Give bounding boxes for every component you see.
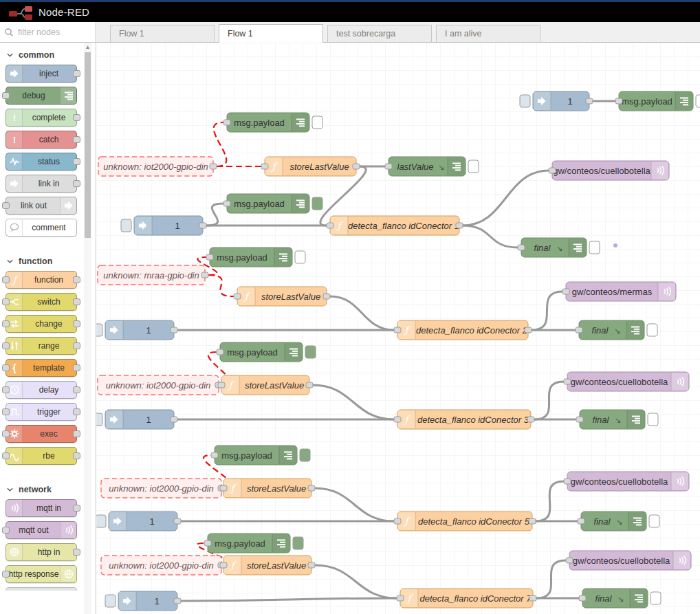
input-port[interactable] (2, 276, 10, 283)
port[interactable] (564, 479, 571, 484)
port[interactable] (562, 289, 569, 294)
scrollbar-thumb[interactable] (85, 52, 91, 238)
node-button[interactable] (468, 160, 479, 173)
port[interactable] (578, 518, 584, 524)
input-port[interactable] (2, 202, 10, 209)
palette-node-debug[interactable]: debug (6, 87, 77, 105)
output-port[interactable] (73, 158, 80, 165)
port[interactable] (323, 294, 330, 299)
output-port[interactable] (73, 386, 80, 393)
port[interactable] (527, 417, 534, 422)
palette-node-exec[interactable]: exec (6, 425, 77, 443)
node-button[interactable] (96, 515, 106, 527)
port[interactable] (171, 417, 177, 422)
palette-node-link-in[interactable]: link in (6, 175, 77, 193)
node-mermas[interactable]: gw/conteos/mermas (562, 282, 676, 301)
port[interactable] (385, 164, 392, 169)
palette-node-mqtt-in[interactable]: mqtt in (6, 499, 77, 517)
node-button[interactable] (105, 595, 116, 607)
node-button[interactable] (649, 515, 659, 527)
scroll-up-arrow[interactable]: ▲ (84, 43, 91, 52)
node-injC[interactable]: 1 (96, 410, 177, 429)
node-unknown1[interactable]: unknown: iot2000-gpio-din (98, 157, 217, 176)
output-port[interactable] (73, 320, 80, 327)
port[interactable] (615, 98, 622, 104)
port[interactable] (576, 327, 582, 333)
output-port[interactable] (73, 505, 80, 512)
port[interactable] (234, 294, 241, 299)
port[interactable] (353, 164, 360, 169)
output-port[interactable] (73, 364, 80, 371)
palette-node-status[interactable]: status (6, 153, 77, 171)
output-port[interactable] (73, 180, 80, 187)
output-port[interactable] (73, 430, 80, 437)
node-msgD[interactable]: msg.payload (217, 342, 316, 362)
input-port[interactable] (2, 92, 10, 99)
node-unknown2[interactable]: unknown: iot2000-gpio-din (98, 375, 222, 395)
node-button[interactable] (96, 413, 102, 426)
palette-node-inject[interactable]: inject (6, 65, 77, 83)
input-port[interactable] (2, 364, 10, 371)
port[interactable] (174, 598, 181, 604)
palette-node-http-response[interactable]: http response (6, 565, 77, 583)
port[interactable] (518, 245, 525, 250)
palette-category-header-common[interactable]: common (0, 45, 95, 65)
port[interactable] (525, 327, 532, 333)
palette-node-complete[interactable]: !complete (6, 109, 77, 127)
output-port[interactable] (73, 70, 80, 77)
port[interactable] (223, 120, 230, 125)
node-injB[interactable]: 1 (96, 320, 177, 340)
port[interactable] (576, 417, 583, 422)
output-port[interactable] (73, 549, 80, 556)
input-port[interactable] (2, 452, 10, 459)
palette-node-range[interactable]: range (6, 337, 77, 355)
node-storeLV2[interactable]: ƒstoreLastValue (234, 287, 330, 306)
node-injA[interactable]: 1 (121, 216, 206, 235)
node-storeLV4[interactable]: ƒstoreLastValue (220, 479, 315, 498)
node-unknown4[interactable]: unknown: iot2000-gpio-din (101, 556, 225, 575)
node-cuello3[interactable]: gw/conteos/cuellobotella (564, 472, 689, 491)
tab-test-sobrecarga-2[interactable]: test sobrecarga (327, 25, 432, 42)
port[interactable] (210, 164, 217, 169)
port[interactable] (174, 518, 181, 524)
node-storeLV3[interactable]: ƒstoreLastValue (218, 375, 313, 395)
input-port[interactable] (2, 430, 10, 437)
node-button[interactable] (648, 413, 658, 426)
tab-i-am-alive-3[interactable]: I am alive (436, 25, 540, 42)
node-button[interactable] (293, 537, 303, 549)
palette-node-template[interactable]: {template (6, 359, 77, 377)
output-port[interactable] (73, 276, 80, 283)
output-port[interactable] (73, 452, 80, 459)
input-port[interactable] (2, 386, 10, 393)
node-msgC[interactable]: msg.payload (206, 248, 305, 267)
port[interactable] (204, 540, 211, 546)
node-storeLV1[interactable]: ƒstoreLastValue (261, 157, 360, 176)
palette-node-delay[interactable]: delay (6, 381, 77, 399)
port[interactable] (394, 518, 401, 524)
port[interactable] (206, 254, 213, 260)
port[interactable] (171, 327, 177, 333)
output-port[interactable] (73, 114, 80, 121)
node-button[interactable] (121, 219, 131, 232)
node-cuello2[interactable]: gw/conteos/cuellobotella (564, 372, 689, 391)
port[interactable] (306, 382, 313, 388)
port[interactable] (586, 98, 593, 104)
node-msgB[interactable]: msg.payload (223, 194, 322, 213)
node-injD[interactable]: 1 (96, 512, 181, 531)
node-button[interactable] (696, 95, 700, 107)
node-msgA[interactable]: msg.payload (223, 113, 322, 132)
port[interactable] (308, 562, 315, 568)
node-lastValue[interactable]: lastValue↘ (385, 157, 479, 176)
node-button[interactable] (650, 592, 661, 604)
node-button[interactable] (312, 197, 322, 210)
input-port[interactable] (2, 408, 10, 415)
port[interactable] (223, 201, 230, 206)
node-button[interactable] (300, 449, 310, 461)
palette-scrollbar[interactable]: ▲ (84, 43, 91, 614)
palette-node-mqtt-out[interactable]: mqtt out (6, 521, 77, 539)
input-port[interactable] (2, 571, 10, 578)
input-port[interactable] (2, 298, 10, 305)
port[interactable] (529, 595, 536, 601)
tab-flow-1-1[interactable]: Flow 1 (219, 24, 323, 43)
port[interactable] (456, 223, 463, 228)
